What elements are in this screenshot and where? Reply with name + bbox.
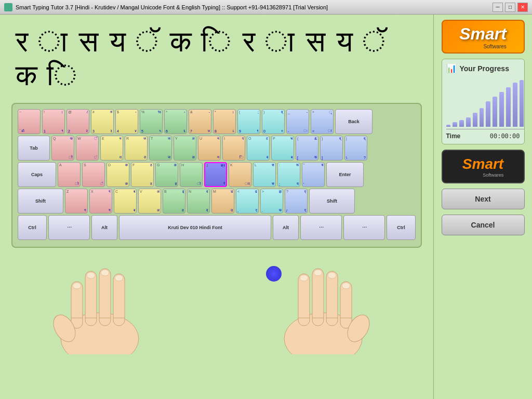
key-m[interactable]: Mड उ	[211, 189, 234, 214]
blank-key-2[interactable]: ⋯	[300, 215, 342, 240]
logo-inner: Smart Softwares	[459, 24, 507, 49]
key-g[interactable]: Gळ ह	[155, 162, 178, 187]
key-r[interactable]: Rज त	[125, 136, 148, 161]
smart-logo-top: Smart Softwares	[442, 20, 525, 54]
key-8[interactable]: *।8८	[213, 109, 236, 134]
space-key[interactable]: Kruti Dev 010 Hindi Font	[119, 215, 271, 240]
restore-button[interactable]: □	[505, 3, 515, 12]
smart-logo-bottom-text: Smart	[462, 156, 503, 172]
key-i[interactable]: Iप ि	[222, 136, 245, 161]
hindi-text: र ा स य ॅ क ि र ा स य ॅ क ि	[16, 25, 418, 92]
key-q[interactable]: Qफ ौ	[51, 136, 74, 161]
key-a[interactable]: A ो	[58, 162, 81, 187]
key-minus[interactable]: _--ः	[286, 109, 309, 134]
key-semicolon[interactable]: :रू;य	[277, 162, 300, 187]
left-panel: र ा स य ॅ क ि र ा स य ॅ क ि ~` ॐ !।1१ @/…	[0, 15, 433, 399]
key-t[interactable]: Tज ज	[149, 136, 172, 161]
key-z[interactable]: Z ग	[65, 189, 88, 214]
softwares-text: Softwares	[483, 44, 506, 49]
logo-inner-bottom: Smart Softwares	[462, 156, 503, 178]
key-k[interactable]: K ाI	[229, 162, 251, 187]
svg-point-25	[328, 272, 336, 278]
key-9[interactable]: (;9९	[237, 109, 260, 134]
key-3[interactable]: #रु3३	[91, 109, 114, 134]
key-s[interactable]: S े	[82, 162, 105, 187]
key-o[interactable]: Oट व	[247, 136, 270, 161]
key-backslash[interactable]: |द्\?	[344, 136, 367, 161]
next-button[interactable]: Next	[442, 189, 525, 209]
svg-point-26	[314, 270, 322, 276]
shift-right-key[interactable]: Shift	[309, 189, 355, 214]
chart-bar	[459, 120, 464, 127]
cancel-button[interactable]: Cancel	[442, 215, 525, 235]
chart-bar	[506, 87, 511, 127]
alt-right-key[interactable]: Alt	[273, 215, 299, 240]
smart-logo-text: Smart	[459, 24, 507, 44]
key-e[interactable]: Eम त	[100, 136, 123, 161]
chart-bar	[446, 125, 451, 127]
key-u[interactable]: Uन न	[198, 136, 221, 161]
key-rbracket[interactable]: }द्]	[320, 136, 343, 161]
key-7[interactable]: &-7७	[189, 109, 211, 134]
key-row-5: Ctrl ⋯ Alt Kruti Dev 010 Hindi Font Alt …	[18, 215, 416, 240]
key-slash[interactable]: ?ए/ए	[285, 189, 308, 214]
key-quote[interactable]: "ष'	[302, 162, 325, 187]
key-l[interactable]: Lस स	[253, 162, 276, 187]
window-title: Smart Typing Tutor 3.7 [Hindi - Krutidev…	[16, 4, 493, 10]
chart-bar	[493, 97, 497, 127]
key-1[interactable]: !।1१	[42, 109, 65, 134]
close-button[interactable]: ✕	[517, 3, 528, 12]
app-icon	[4, 3, 12, 11]
key-j[interactable]: Jश्र र	[204, 162, 227, 187]
ctrl-right-key[interactable]: Ctrl	[387, 215, 416, 240]
key-6[interactable]: ^॰6६	[164, 109, 187, 134]
svg-rect-3	[99, 269, 111, 326]
shift-left-key[interactable]: Shift	[18, 189, 63, 214]
ctrl-left-key[interactable]: Ctrl	[18, 215, 47, 240]
key-c[interactable]: Cब ब	[114, 189, 137, 214]
key-h[interactable]: H ो	[180, 162, 203, 187]
chart-bar	[499, 92, 504, 127]
key-d[interactable]: Dक क	[107, 162, 129, 187]
svg-point-12	[101, 270, 109, 276]
key-lbracket[interactable]: {&[रू	[296, 136, 318, 161]
key-n[interactable]: Nद द	[187, 189, 210, 214]
blank-key-3[interactable]: ⋯	[343, 215, 385, 240]
progress-section: 📊 Your Progress Time 00:00:00	[442, 59, 525, 144]
key-row-4: Shift Z ग Xग ग Cब ब Vअ अ Bइ ठ Nद द Mड उ …	[18, 189, 416, 214]
key-b[interactable]: Bइ ठ	[163, 189, 185, 214]
right-hand	[266, 250, 380, 354]
key-5[interactable]: %%5५	[140, 109, 163, 134]
alt-left-key[interactable]: Alt	[91, 215, 117, 240]
key-p[interactable]: Pच ब	[271, 136, 294, 161]
tab-key[interactable]: Tab	[18, 136, 50, 161]
key-period[interactable]: >झ.फ	[260, 189, 283, 214]
enter-key[interactable]: Enter	[326, 162, 364, 187]
svg-point-11	[87, 272, 95, 278]
progress-title: Your Progress	[460, 64, 509, 73]
blank-key-1[interactable]: ⋯	[48, 215, 90, 240]
minimize-button[interactable]: ─	[493, 3, 503, 12]
right-panel: Smart Softwares 📊 Your Progress Time 00:…	[433, 15, 532, 399]
svg-rect-16	[326, 271, 338, 326]
time-value: 00:00:00	[490, 132, 520, 140]
key-v[interactable]: Vअ अ	[138, 189, 161, 214]
chart-bar	[453, 122, 457, 127]
key-f[interactable]: Fठ ठ	[131, 162, 154, 187]
key-equals[interactable]: +ृ=ा	[311, 109, 334, 134]
key-comma[interactable]: <ढ,ए	[236, 189, 259, 214]
hindi-text-area: र ा स य ॅ क ि र ा स य ॅ क ि	[5, 20, 428, 98]
caps-key[interactable]: Caps	[18, 162, 56, 187]
key-row-2: Tab Qफ ौ Wॅ ं Eम त Rज त Tज ज Yल ल Uन न I…	[18, 136, 416, 161]
titlebar: Smart Typing Tutor 3.7 [Hindi - Krutidev…	[0, 0, 532, 15]
key-w[interactable]: Wॅ ं	[76, 136, 99, 161]
key-y[interactable]: Yल ल	[174, 136, 196, 161]
key-4[interactable]: $॰4४	[115, 109, 138, 134]
key-x[interactable]: Xग ग	[89, 189, 112, 214]
progress-icon: 📊	[446, 63, 457, 73]
key-tilde[interactable]: ~` ॐ	[18, 109, 41, 134]
key-0[interactable]: )द्0०	[262, 109, 285, 134]
key-row-1: ~` ॐ !।1१ @/2२ #रु3३ $॰4४ %%5५ ^॰6६ &-7७…	[18, 109, 416, 134]
backspace-key[interactable]: Back	[335, 109, 373, 134]
key-2[interactable]: @/2२	[66, 109, 89, 134]
